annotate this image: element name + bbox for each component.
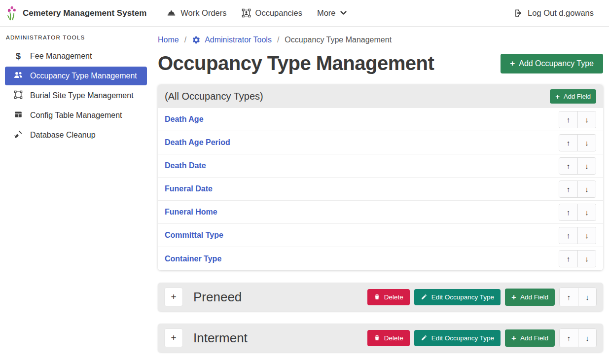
reorder-group: ↑ ↓	[559, 288, 597, 306]
plus-icon: +	[511, 293, 516, 301]
main-content: Home / Administrator Tools / Occupancy T…	[153, 27, 609, 364]
table-row: Death Age ↑ ↓	[158, 108, 603, 131]
breadcrumb-home-link[interactable]: Home	[158, 36, 179, 44]
move-up-button[interactable]: ↑	[559, 135, 577, 151]
arrow-up-icon: ↑	[567, 255, 571, 263]
table-row: Death Date ↑ ↓	[158, 154, 603, 178]
nav-work-orders[interactable]: Work Orders	[159, 0, 234, 27]
delete-button[interactable]: Delete	[367, 330, 410, 346]
sidebar-item-label: Fee Management	[30, 52, 92, 61]
card-title: (All Occupancy Types)	[165, 91, 263, 102]
logout-label: Log Out d.gowans	[528, 8, 594, 18]
move-up-button[interactable]: ↑	[560, 288, 578, 306]
move-down-button[interactable]: ↓	[578, 288, 596, 306]
add-field-button[interactable]: + Add Field	[505, 289, 555, 306]
breadcrumb-current: Occupancy Type Management	[285, 36, 392, 44]
field-link-container-type[interactable]: Container Type	[165, 255, 221, 263]
top-navbar: Cemetery Management System Work Orders	[0, 0, 609, 27]
all-occupancy-types-header: (All Occupancy Types) + Add Field	[158, 84, 603, 108]
sidebar-item-label: Occupancy Type Management	[30, 72, 137, 80]
delete-label: Delete	[384, 293, 403, 301]
breadcrumb-admin-tools-label: Administrator Tools	[205, 36, 272, 44]
sidebar-item-label: Database Cleanup	[30, 131, 96, 140]
move-up-button[interactable]: ↑	[559, 111, 577, 128]
table-row: Funeral Date ↑ ↓	[158, 178, 603, 201]
logout-button[interactable]: Log Out d.gowans	[506, 0, 601, 27]
field-link-committal-type[interactable]: Committal Type	[165, 231, 223, 240]
sidebar-item-database-cleanup[interactable]: Database Cleanup	[5, 125, 147, 145]
expand-button[interactable]: +	[164, 288, 183, 306]
app-brand[interactable]: Cemetery Management System	[7, 6, 146, 21]
arrow-down-icon: ↓	[585, 162, 589, 170]
section-title: Preneed	[193, 290, 242, 305]
arrow-up-icon: ↑	[567, 293, 571, 301]
reorder-group: ↑ ↓	[559, 111, 596, 128]
move-up-button[interactable]: ↑	[559, 204, 577, 220]
move-up-button[interactable]: ↑	[559, 181, 577, 197]
section-interment: + Interment Delete	[158, 324, 603, 352]
trash-icon	[374, 293, 380, 300]
move-down-button[interactable]: ↓	[577, 158, 596, 174]
field-link-funeral-home[interactable]: Funeral Home	[165, 208, 217, 217]
breadcrumb-admin-tools-link[interactable]: Administrator Tools	[192, 36, 272, 44]
arrow-up-icon: ↑	[567, 139, 571, 147]
field-link-death-age[interactable]: Death Age	[165, 115, 204, 124]
edit-label: Edit Occupancy Type	[431, 334, 494, 342]
tulip-logo-icon	[7, 6, 18, 21]
pencil-icon	[421, 334, 428, 341]
users-icon	[13, 71, 24, 81]
section-preneed: + Preneed Delete	[158, 283, 603, 311]
sidebar-item-burial-site-type-management[interactable]: Burial Site Type Management	[5, 86, 147, 106]
add-field-button[interactable]: + Add Field	[550, 89, 596, 104]
field-link-death-age-period[interactable]: Death Age Period	[165, 138, 230, 147]
reorder-group: ↑ ↓	[559, 157, 596, 175]
chevron-down-icon	[340, 11, 347, 15]
add-field-label: Add Field	[564, 93, 591, 100]
expand-button[interactable]: +	[164, 328, 183, 347]
nav-more[interactable]: More	[310, 0, 354, 27]
breadcrumb: Home / Administrator Tools / Occupancy T…	[158, 31, 603, 46]
reorder-group: ↑ ↓	[559, 204, 596, 221]
move-down-button[interactable]: ↓	[577, 227, 596, 244]
reorder-group: ↑ ↓	[559, 227, 596, 244]
field-link-funeral-date[interactable]: Funeral Date	[165, 184, 213, 193]
move-up-button[interactable]: ↑	[560, 329, 578, 347]
move-down-button[interactable]: ↓	[577, 181, 596, 197]
plus-icon: +	[511, 334, 516, 342]
arrow-up-icon: ↑	[567, 185, 571, 193]
sign-out-icon	[514, 8, 523, 18]
nav-occupancies[interactable]: Occupancies	[234, 0, 310, 27]
move-down-button[interactable]: ↓	[577, 204, 596, 220]
add-field-button[interactable]: + Add Field	[505, 329, 555, 347]
move-down-button[interactable]: ↓	[577, 135, 596, 151]
broom-icon	[13, 130, 24, 141]
move-down-button[interactable]: ↓	[578, 329, 596, 347]
move-up-button[interactable]: ↑	[559, 227, 577, 244]
sidebar-item-fee-management[interactable]: $ Fee Management	[5, 46, 147, 66]
delete-button[interactable]: Delete	[367, 289, 410, 305]
plus-icon: +	[171, 332, 176, 343]
sidebar-item-label: Burial Site Type Management	[30, 91, 134, 100]
sidebar: ADMINISTRATOR TOOLS $ Fee Management Occ…	[0, 27, 153, 364]
add-occupancy-type-button[interactable]: + Add Occupancy Type	[501, 54, 603, 73]
dollar-icon: $	[13, 51, 24, 62]
sidebar-item-label: Config Table Management	[30, 111, 122, 120]
move-down-button[interactable]: ↓	[577, 111, 596, 128]
field-link-death-date[interactable]: Death Date	[165, 161, 206, 170]
move-up-button[interactable]: ↑	[559, 158, 577, 174]
arrow-up-icon: ↑	[567, 231, 571, 240]
edit-occupancy-type-button[interactable]: Edit Occupancy Type	[414, 289, 501, 305]
arrow-down-icon: ↓	[585, 293, 589, 301]
reorder-group: ↑ ↓	[559, 181, 596, 198]
arrow-up-icon: ↑	[567, 162, 571, 170]
add-field-label: Add Field	[520, 334, 548, 342]
arrow-down-icon: ↓	[585, 115, 589, 124]
sidebar-item-occupancy-type-management[interactable]: Occupancy Type Management	[5, 67, 147, 85]
move-down-button[interactable]: ↓	[577, 251, 596, 267]
arrow-up-icon: ↑	[567, 334, 571, 342]
table-icon	[13, 110, 24, 121]
sidebar-item-config-table-management[interactable]: Config Table Management	[5, 106, 147, 125]
edit-occupancy-type-button[interactable]: Edit Occupancy Type	[414, 330, 501, 346]
table-row: Death Age Period ↑ ↓	[158, 131, 603, 154]
move-up-button[interactable]: ↑	[559, 251, 577, 267]
